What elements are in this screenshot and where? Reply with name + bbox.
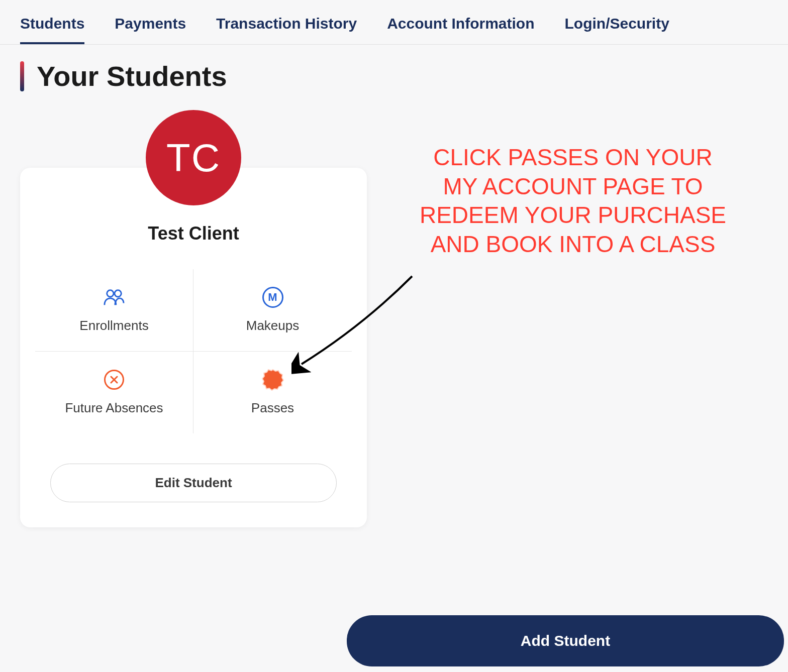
tile-makeups[interactable]: M Makeups — [193, 269, 352, 352]
makeup-icon: M — [262, 287, 283, 308]
tile-passes[interactable]: Passes — [193, 352, 352, 433]
people-icon — [104, 287, 125, 308]
edit-student-button[interactable]: Edit Student — [50, 464, 337, 502]
tile-label: Future Absences — [65, 400, 163, 416]
add-student-button[interactable]: Add Student — [347, 615, 784, 666]
student-tiles: Enrollments M Makeups — [35, 269, 352, 433]
tab-payments[interactable]: Payments — [115, 15, 186, 44]
tab-students[interactable]: Students — [20, 15, 84, 44]
tile-enrollments[interactable]: Enrollments — [35, 269, 193, 352]
navigation-tabs: Students Payments Transaction History Ac… — [0, 0, 788, 45]
student-avatar: TC — [146, 110, 241, 205]
absence-icon — [104, 369, 125, 390]
annotation-callout: CLICK PASSES ON YOUR MY ACCOUNT PAGE TO … — [417, 143, 729, 259]
passes-icon — [262, 369, 283, 390]
avatar-initials: TC — [166, 135, 221, 181]
student-card: TC Test Client Enrollments — [20, 168, 367, 527]
svg-point-1 — [115, 290, 121, 297]
page-title: Your Students — [37, 60, 227, 92]
page-header: Your Students — [0, 45, 788, 107]
tile-label: Makeups — [246, 318, 300, 333]
tab-login-security[interactable]: Login/Security — [565, 15, 669, 44]
tab-account-information[interactable]: Account Information — [387, 15, 534, 44]
title-accent-bar — [20, 61, 24, 91]
svg-point-0 — [107, 290, 114, 297]
tab-transaction-history[interactable]: Transaction History — [216, 15, 357, 44]
tile-label: Enrollments — [79, 318, 148, 333]
tile-future-absences[interactable]: Future Absences — [35, 352, 193, 433]
tile-label: Passes — [251, 400, 294, 416]
